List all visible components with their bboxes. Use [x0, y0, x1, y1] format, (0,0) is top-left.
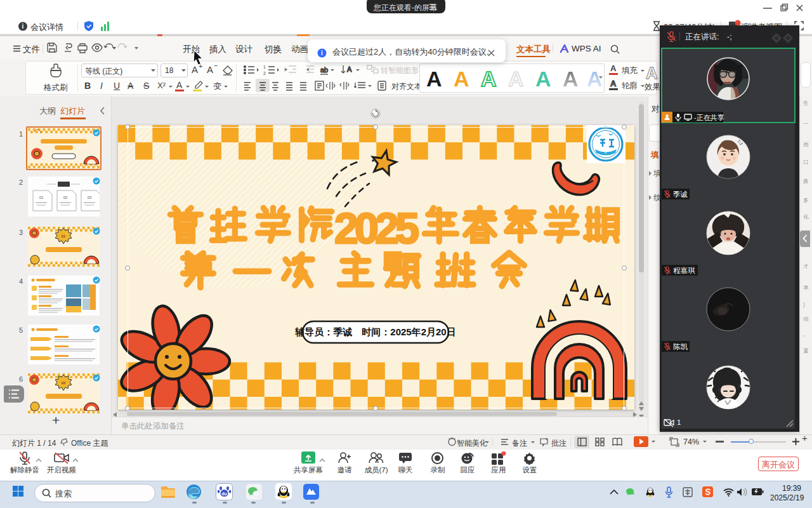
- svg-text:?: ?: [717, 387, 721, 393]
- svg-text:i: i: [22, 23, 24, 30]
- svg-text:du: du: [221, 491, 227, 496]
- svg-text:A: A: [347, 65, 352, 73]
- svg-text:02: 02: [63, 196, 68, 199]
- svg-text:i: i: [321, 50, 323, 57]
- svg-text:01: 01: [62, 234, 66, 238]
- svg-text:?: ?: [738, 384, 741, 389]
- svg-text:ab: ab: [320, 66, 328, 74]
- svg-text:01: 01: [39, 196, 44, 199]
- svg-text:03: 03: [88, 196, 92, 199]
- svg-text:02: 02: [62, 381, 66, 385]
- svg-text:2: 2: [263, 71, 266, 76]
- svg-text:1: 1: [263, 65, 266, 69]
